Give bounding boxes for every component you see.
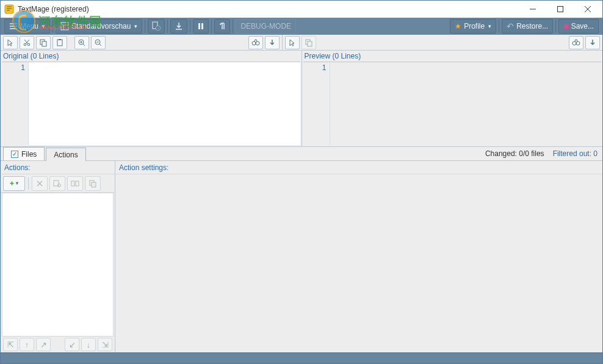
preview-find-button[interactable] [569,36,583,49]
actions-panel: Actions: +▾ ⇱ ↑ ↗ ↙ ↓ ⇲ [1,161,115,352]
original-toolbar [1,35,283,50]
svg-rect-11 [42,41,46,46]
x-icon [36,180,43,187]
binoculars-icon [251,38,260,47]
bottom-panels: Actions: +▾ ⇱ ↑ ↗ ↙ ↓ ⇲ Action settings: [1,161,602,352]
paste-button[interactable] [52,36,67,49]
move-down-button[interactable]: ↓ [81,338,96,351]
app-icon [4,4,14,14]
paste-icon [56,38,64,47]
move-up-button[interactable]: ↑ [20,338,34,351]
menu-icon [9,22,18,30]
arrow-down-line-icon [174,21,184,31]
tab-actions-label: Actions [54,151,78,159]
tab-files-label: Files [21,150,37,159]
svg-rect-7 [201,23,203,29]
original-pane: Original (0 Lines) 1 [1,51,302,146]
pilcrow-button[interactable] [214,19,230,34]
preview-text-area [330,62,602,145]
actions-list[interactable] [2,193,114,337]
debug-mode-button[interactable]: DEBUG-MODE [236,19,296,34]
window-title: TextMage (registered) [18,5,89,13]
maximize-button[interactable] [546,1,574,18]
svg-rect-12 [57,40,62,46]
preview-header: Preview (0 Lines) [302,51,603,62]
pause-button[interactable] [193,19,209,34]
zoom-out-icon [94,38,103,47]
document-gear-icon [151,21,161,31]
move-in-button[interactable]: ↙ [65,338,79,351]
binoculars-icon [572,38,580,47]
import-button[interactable] [170,19,187,34]
move-out-button[interactable]: ↗ [36,338,51,351]
copy-button[interactable] [36,36,51,49]
tab-strip: ✓ Files Actions Changed: 0/0 files Filte… [1,146,602,161]
action-toggle-button[interactable] [67,176,83,191]
titlebar: TextMage (registered) [1,1,602,18]
filtered-status[interactable]: Filtered out: 0 [553,149,598,158]
svg-point-17 [256,41,259,45]
preview-toolbar [283,35,602,50]
line-number: 1 [303,63,327,72]
minimize-button[interactable] [519,1,546,18]
cursor-icon [6,38,15,47]
zoom-in-icon [78,38,86,47]
debug-label: DEBUG-MODE [240,22,291,30]
svg-rect-1 [557,7,563,12]
zoom-out-button[interactable] [91,36,106,49]
select-cursor-button[interactable] [3,36,18,49]
preview-pane: Preview (0 Lines) 1 [302,51,603,146]
copy-icon [39,38,48,47]
arrow-down-icon [268,38,276,47]
tab-files[interactable]: ✓ Files [3,147,45,160]
restore-button[interactable]: ↶ Restore... [502,19,553,34]
plus-icon: + [10,179,14,188]
menu-label: Menu [20,22,38,30]
svg-point-21 [576,41,580,45]
preview-cursor-button[interactable] [285,36,300,49]
original-header: Original (0 Lines) [1,51,302,62]
save-button[interactable]: ■ Save... [558,19,599,34]
svg-rect-19 [308,41,312,46]
chevron-down-icon: ▾ [16,180,18,186]
move-top-button[interactable]: ⇱ [3,338,18,351]
pilcrow-icon [218,22,226,30]
svg-point-5 [157,27,159,29]
find-button[interactable] [248,36,263,49]
action-props-button[interactable] [49,176,65,191]
tab-actions[interactable]: Actions [46,148,85,161]
svg-point-16 [252,41,256,45]
action-copy-button[interactable] [85,176,101,191]
close-button[interactable] [574,1,601,18]
move-bottom-button[interactable]: ⇲ [98,338,112,351]
original-text-area[interactable] [29,62,300,145]
svg-rect-25 [76,181,79,186]
settings-gear-button[interactable] [148,19,165,34]
svg-rect-0 [5,5,13,13]
goto-button[interactable] [265,36,280,49]
copy-icon [88,179,97,188]
main-toolbar: Menu ▾ Standardvorschau ▾ DEBUG-MODE ★ P… [1,18,602,35]
original-editor[interactable]: 1 [2,62,300,145]
changed-status: Changed: 0/0 files [485,149,544,158]
svg-rect-6 [198,23,200,29]
restore-arrow-icon: ↶ [507,21,514,31]
add-action-button[interactable]: +▾ [3,176,25,191]
statusbar [1,352,602,363]
chevron-down-icon: ▾ [488,23,491,29]
cut-button[interactable] [20,36,34,49]
chevron-down-icon: ▾ [134,23,137,29]
watermark-url: www.pc0359.cn [39,23,86,30]
delete-action-button[interactable] [32,176,48,191]
svg-point-20 [572,41,576,45]
tab-status: Changed: 0/0 files Filtered out: 0 [485,149,598,158]
preview-editor: 1 [303,62,602,145]
preview-goto-button[interactable] [585,36,600,49]
profile-button[interactable]: ★ Profile ▾ [450,19,496,34]
svg-rect-24 [71,181,74,186]
svg-rect-27 [92,182,96,187]
preview-copy-button[interactable] [302,36,316,49]
save-label: Save... [571,22,594,30]
preview-gutter: 1 [303,62,330,145]
zoom-in-button[interactable] [74,36,89,49]
